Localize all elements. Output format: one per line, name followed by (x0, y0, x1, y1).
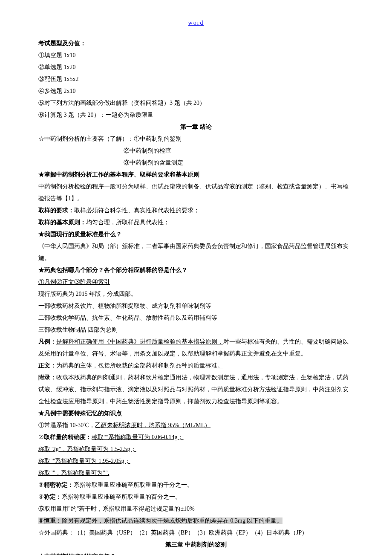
main-content-2: ②中药制剂的检查 (38, 145, 354, 157)
special-9: ⑥恒重：除另有规定外，系指供试品连续两次干燥或炽灼后称重的差异在 0.3mg 以… (38, 515, 354, 527)
sp2-u: 称取""系指称取量可为 0.06-0.14g； (92, 434, 184, 440)
fanli-label: 凡例： (38, 338, 56, 345)
exam-item-4: ④多选题 2x10 (38, 85, 354, 97)
chapter1-title: 第一章 绪论 (38, 121, 354, 133)
special-5: 称取""，系指称取量可为"". (38, 467, 354, 479)
sample-prin-label: 取样的基本原则： (38, 219, 86, 225)
pharma-part3: 三部收载生物制品 四部为总则 (38, 324, 354, 336)
header-link[interactable]: word (38, 17, 354, 29)
special-2: ②取样量的精确度：称取""系指称取量可为 0.06-0.14g； (38, 431, 354, 443)
sample-principle: 取样的基本原则：均匀合理，所取样品具代表性； (38, 217, 354, 228)
zhengwen-u: 为药典的主体，包括所收载的全部药材和制剂品种的质量标准。 (56, 362, 223, 369)
heading-pharmacopoeia: ★药典包括哪几个部分？各个部分相应解释的容是什么？ (38, 264, 354, 276)
pharma-part2: 二部收载化学药品、抗生素、生化药品、放射性药品以及药用辅料等 (38, 312, 354, 324)
exam-item-3: ③配伍题 1x5x2 (38, 73, 354, 85)
fulu-label: 附录： (38, 374, 56, 381)
proc-post: 等【1】。 (56, 195, 83, 202)
sp7-post: 系指称取重量应准确至所取重量的百分之一。 (62, 494, 181, 500)
sp7-num: ④ (38, 494, 44, 500)
sp2-bold: 取样量的精确度： (44, 434, 92, 440)
heading-special-memory: ★凡例中需要特殊记忆的知识点 (38, 408, 354, 419)
sp9-post: 除另有规定外，系指供试品连续两次干燥或炽灼后称重的差异在 0.3mg 以下的重量… (62, 517, 282, 524)
chapter3-title: 第三章 中药制剂的鉴别 (38, 539, 354, 551)
quality-std-text: 《中华人民国药典》和局（部）颁标准，二者军事由国家药典委员会负责制定和修订，国家… (38, 240, 354, 264)
sample-req-u: 科学性、真实性和代表性 (110, 207, 176, 214)
sample-req-mid: 取样必须符合 (74, 207, 110, 214)
exam-item-5: ⑤对下列方法的画线部分做出解释（变相问答题）3 题（共 20） (38, 97, 354, 109)
pharma-parts: ①凡例②正文③附录④索引 (38, 276, 354, 288)
procedure-text: 中药制剂分析检验的程序一般可分为取样、供试品溶液的制备、供试品溶液的测定（鉴别、… (38, 181, 354, 205)
ch3-heading-1: ★中药制剂的鉴别的容包括？ (38, 551, 354, 555)
fanli-def: 凡例：是解释和正确使用《中国药典》进行质量检验的基本指导原则，对一些与标准有关的… (38, 336, 354, 360)
sp6-num: ③ (38, 482, 44, 488)
exam-item-2: ②单选题 1x20 (38, 61, 354, 73)
sp6-post: 系指称取重量应准确至所取重量的千分之一。 (74, 482, 193, 488)
sample-prin-post: 均匀合理，所取样品具代表性； (86, 219, 170, 225)
pharma-version: 现行版药典为 2015 年版，分成四部。 (38, 288, 354, 300)
fulu-def: 附录：收载本版药典的制剂通则，药材和饮片检定通用法，物理常数测定法，通用法，专项… (38, 372, 354, 408)
exam-item-6: ⑥计算题 3 题（共 20）：一题必为杂质限量 (38, 109, 354, 121)
special-8: ⑤取用量用"约"若干时，系指取用量不得超过规定量的±10% (38, 503, 354, 515)
sp9-hl: ⑥恒重：除另有规定外，系指供试品连续两次干燥或炽灼后称重的差异在 0.3mg 以… (38, 517, 282, 524)
sp2-num: ② (38, 434, 44, 440)
sp7-bold: 称定： (44, 494, 62, 500)
zhengwen-def: 正文：为药典的主体，包括所收载的全部药材和制剂品种的质量标准。 (38, 360, 354, 372)
exam-title: 考试题型及分值： (38, 38, 354, 49)
main-content-1: ☆中药制剂分析的主要容（了解）：①中药制剂的鉴别 (38, 133, 354, 145)
sample-requirement: 取样的要求：取样必须符合科学性、真实性和代表性的要求； (38, 205, 354, 217)
special-3: 称取"2g"，系指称取量可为 1.5-2.5g； (38, 443, 354, 455)
heading-basic-procedure: ★掌握中药制剂分析工作的基本程序、取样的要求和基本原则 (38, 169, 354, 181)
sample-req-post: 的要求； (176, 207, 199, 214)
fulu-u: 收载本版药典的制剂通则， (56, 374, 128, 381)
zhengwen-label: 正文： (38, 362, 56, 369)
proc-pre: 中药制剂分析检验的程序一般可分为 (38, 183, 134, 190)
sp9-bold: 恒重： (44, 517, 62, 524)
sample-req-label: 取样的要求： (38, 207, 74, 214)
fanli-u: 是解释和正确使用《中国药典》进行质量检验的基本指导原则， (56, 338, 223, 345)
sp9-num: ⑥ (38, 517, 44, 524)
sp1-pre: ①常温系指 10-30℃， (38, 422, 95, 428)
special-6: ③精密称定：系指称取重量应准确至所取重量的千分之一。 (38, 479, 354, 491)
pharma-part1: 一部收载药材及饮片、植物油脂和提取物、成方制剂和单味制剂等 (38, 300, 354, 312)
sp1-u: 乙醇未标明浓度时，均系指 95%（ML/ML） (95, 422, 210, 428)
special-7: ④称定：系指称取重量应准确至所取重量的百分之一。 (38, 491, 354, 503)
foreign-pharma: ☆外国药典：（1）美国药典（USP）（2）英国药典（BP）（3）欧洲药典（EP）… (38, 527, 354, 539)
special-4: 称取""系指称取量可为 1.95-2.05g； (38, 455, 354, 467)
heading-quality-std: ★我国现行的质量标准是什么？ (38, 228, 354, 240)
sp6-bold: 精密称定： (44, 482, 74, 488)
main-content-3: ③中药制剂的含量测定 (38, 157, 354, 169)
exam-item-1: ①填空题 1x10 (38, 49, 354, 61)
special-1: ①常温系指 10-30℃，乙醇未标明浓度时，均系指 95%（ML/ML） (38, 419, 354, 431)
